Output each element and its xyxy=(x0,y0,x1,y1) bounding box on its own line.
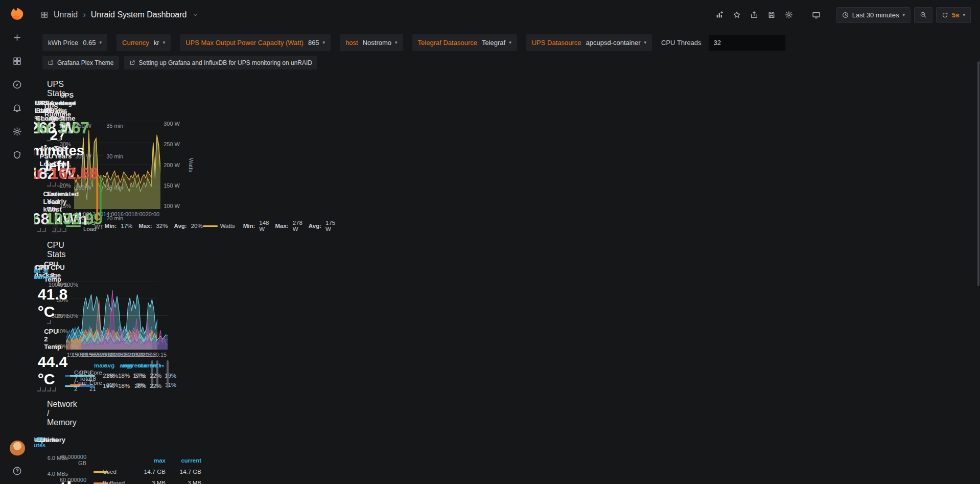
variable-value-dropdown[interactable]: 865▾ xyxy=(308,39,325,47)
add-panel-button[interactable] xyxy=(713,8,727,22)
tick: 70.000000 GB xyxy=(53,454,86,466)
grafana-logo[interactable] xyxy=(10,7,24,20)
variable-label: host xyxy=(345,39,358,47)
sidebar-nav xyxy=(12,33,22,160)
dashboard-links-row: Grafana Plex Theme Setting up Grafana an… xyxy=(34,54,980,73)
breadcrumb: Unraid › Unraid System Dashboard xyxy=(40,10,198,20)
help-button[interactable] xyxy=(12,466,22,476)
variable-label: Currency xyxy=(122,39,149,47)
dashboard-title[interactable]: Unraid System Dashboard xyxy=(91,10,187,19)
legend-row: Used 14.7 GB 14.7 GB xyxy=(94,466,201,477)
caret-down-icon: ▾ xyxy=(100,40,102,45)
title-caret-icon[interactable] xyxy=(193,12,198,18)
variable-value-dropdown[interactable]: 0.65▾ xyxy=(83,39,102,47)
gear-icon xyxy=(785,11,793,19)
share-icon xyxy=(750,11,758,19)
legend-col-current[interactable]: current▾ xyxy=(130,362,161,368)
star-dashboard-button[interactable] xyxy=(730,8,744,22)
variable-label: UPS Max Output Power Capacity (Watt) xyxy=(185,39,304,47)
variable-label: kWh Price xyxy=(48,39,78,47)
variable-value-dropdown[interactable]: apcupsd-container▾ xyxy=(586,39,647,47)
grafana-dashboard-page: { "theme": { "bg": "#161719", "panel": "… xyxy=(0,0,980,484)
tick: 35 min xyxy=(106,123,129,129)
add-panel-icon xyxy=(715,11,724,19)
legend: max current Used 14.7 GB 14.7 GB Buffere… xyxy=(89,450,209,484)
share-dashboard-button[interactable] xyxy=(748,8,761,22)
legend-col-max[interactable]: max xyxy=(130,457,166,464)
tick: 100 W xyxy=(164,203,184,209)
dashboards-grid-icon xyxy=(12,56,22,66)
y-axis-right-label: Watts xyxy=(187,121,195,209)
refresh-button[interactable]: 5s ▾ xyxy=(936,7,971,23)
legend-header: max current xyxy=(94,455,201,466)
variable-value-dropdown[interactable]: kr▾ xyxy=(154,39,165,47)
sort-caret-icon: ▾ xyxy=(159,363,162,368)
legend-scrollbar[interactable] xyxy=(167,360,169,388)
sidebar-configuration-button[interactable] xyxy=(12,127,22,136)
tv-cycle-button[interactable] xyxy=(809,8,823,22)
tick: 0% xyxy=(61,343,78,350)
sidebar-create-button[interactable] xyxy=(12,33,22,42)
bars-graph: 350 W 300 W 250 W 200 W 35 min 30 min 25… xyxy=(68,119,69,234)
sidebar-admin-button[interactable] xyxy=(12,150,22,160)
cpu-threads-input[interactable] xyxy=(708,34,786,51)
legend-row: Core 18 18% 22% xyxy=(80,370,161,380)
sidebar-alerting-button[interactable] xyxy=(12,103,22,113)
series-name[interactable]: Buffered xyxy=(103,480,130,484)
tick: 200 W xyxy=(71,215,91,221)
tick: 100% xyxy=(61,282,78,288)
legend-col-current[interactable]: current xyxy=(166,457,201,464)
variable-kwh-price: kWh Price 0.65▾ xyxy=(42,34,107,51)
legend-row: Core 21 18% 22% xyxy=(80,380,161,390)
tick: 30 min xyxy=(106,153,129,159)
legend-row: Buffered 3 MB 3 MB xyxy=(94,477,201,484)
tick: 250 W xyxy=(164,141,184,147)
save-icon xyxy=(767,11,776,19)
y-axis-ticks: 100% 50% 0% xyxy=(58,282,81,350)
variable-value-dropdown[interactable]: Telegraf▾ xyxy=(482,39,511,47)
y-axis-left-ticks: 350 W 300 W 250 W 200 W xyxy=(68,123,95,221)
variables-row: kWh Price 0.65▾ Currency kr▾ UPS Max Out… xyxy=(34,30,980,54)
time-picker-button[interactable]: Last 30 minutes ▾ xyxy=(836,7,911,23)
sidebar-bottom xyxy=(10,441,25,484)
link-ups-monitoring-guide[interactable]: Setting up Grafana and InfluxDB for UPS … xyxy=(124,56,318,70)
navbar: Unraid › Unraid System Dashboard xyxy=(34,0,980,30)
time-range-label: Last 30 minutes xyxy=(852,11,899,19)
section-title: CPU Stats xyxy=(47,241,65,259)
tick: 20:00 xyxy=(110,352,125,358)
variable-value-dropdown[interactable]: Nostromo▾ xyxy=(363,39,398,47)
link-grafana-plex-theme[interactable]: Grafana Plex Theme xyxy=(42,56,119,70)
tick: 250 W xyxy=(71,185,91,191)
series-name[interactable]: Watts xyxy=(220,223,235,229)
tick: W xyxy=(95,224,100,233)
grafana-flame-icon xyxy=(10,7,24,20)
series-name[interactable]: Used xyxy=(103,469,130,475)
tick: 200 W xyxy=(164,162,184,168)
tick: 20:00 xyxy=(146,211,160,219)
sidebar-explore-button[interactable] xyxy=(12,80,22,89)
legend-col-avg[interactable]: avg xyxy=(102,362,130,368)
external-link-icon xyxy=(48,60,54,66)
series-name[interactable]: Core 21 xyxy=(89,380,102,392)
navbar-actions: Last 30 minutes ▾ 5s ▾ xyxy=(713,7,971,23)
user-avatar[interactable] xyxy=(10,441,25,456)
tick: 20:05 xyxy=(125,352,139,358)
help-circle-icon xyxy=(12,466,22,476)
bars-chart[interactable] xyxy=(95,123,103,221)
tick: 50% xyxy=(61,313,78,319)
page-scrollbar[interactable] xyxy=(977,61,979,286)
dashboard-settings-button[interactable] xyxy=(782,8,796,22)
tick: 150 W xyxy=(164,182,184,189)
save-dashboard-button[interactable] xyxy=(765,8,779,22)
breadcrumb-app[interactable]: Unraid xyxy=(54,10,78,19)
graph: 100% 50% 0% 19:50 19:55 20:00 20:05 20:1… xyxy=(58,280,61,393)
sidebar-dashboards-button[interactable] xyxy=(12,56,22,66)
dashboard-body: UPS Stats UPS Load % Last 12 hours Perce… xyxy=(34,73,49,74)
external-link-icon xyxy=(129,60,135,66)
tick: 18:00 xyxy=(131,211,146,219)
zoom-out-button[interactable] xyxy=(914,7,932,23)
sidebar xyxy=(0,0,34,484)
tick: 20:15 xyxy=(153,352,167,358)
cpu2-chart[interactable] xyxy=(81,282,168,350)
tick: T xyxy=(100,224,103,233)
